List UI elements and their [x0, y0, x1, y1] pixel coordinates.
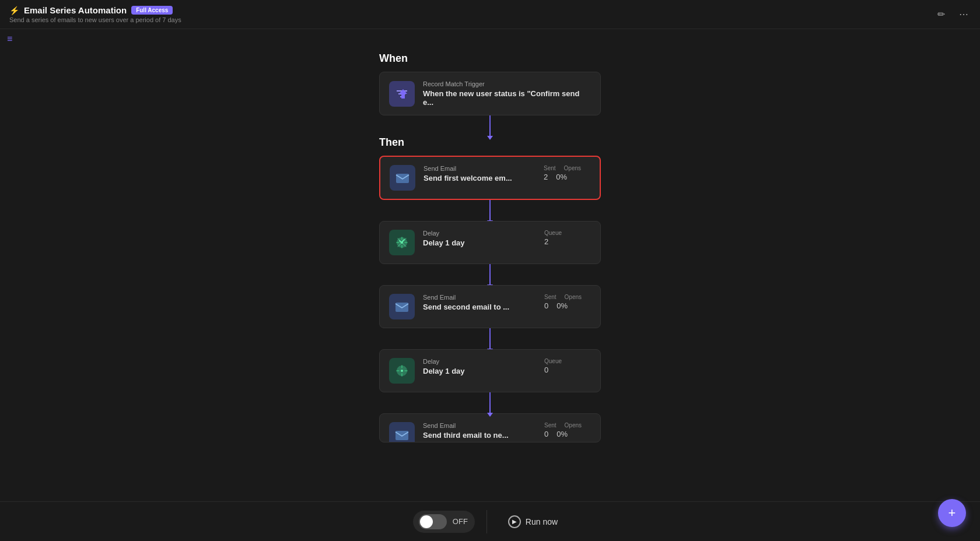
fab-button[interactable]: + — [938, 499, 966, 527]
stat-opens-value-3: 0% — [556, 430, 568, 438]
step-1-stat-values: 2 0% — [544, 173, 590, 181]
full-access-badge: Full Access — [131, 6, 173, 15]
edit-button[interactable]: ✏ — [935, 6, 947, 22]
stat-queue-label-1: Queue — [544, 230, 562, 236]
header-title-group: ⚡ Email Series Automation Full Access Se… — [9, 5, 181, 23]
svg-rect-0 — [396, 174, 409, 183]
stat-sent-label-2: Sent — [544, 294, 556, 300]
step-1-stats: Sent Opens 2 0% — [544, 165, 590, 181]
step-delay-2[interactable]: Delay Delay 1 day Queue 0 — [379, 349, 601, 392]
stat-queue-value-1: 2 — [544, 237, 548, 246]
main-canvas: When Record Match Trigger When the new u… — [0, 29, 980, 541]
step-5-stat-labels: Sent Opens — [544, 422, 591, 428]
bottom-bar-divider — [487, 510, 487, 533]
connector-3 — [489, 328, 491, 349]
stat-opens-label-2: Opens — [565, 294, 582, 300]
step-3-stats: Sent Opens 0 0% — [544, 294, 591, 310]
then-label: Then — [379, 136, 404, 149]
more-options-button[interactable]: ⋯ — [957, 6, 971, 22]
header-right: ✏ ⋯ — [935, 6, 971, 22]
run-now-icon: ▶ — [508, 515, 521, 528]
toggle-label: OFF — [453, 517, 468, 526]
lightning-icon: ⚡ — [9, 6, 19, 15]
svg-rect-4 — [396, 431, 408, 440]
when-label: When — [379, 52, 408, 65]
stat-opens-label: Opens — [564, 165, 581, 171]
delay-icon-1 — [389, 230, 415, 255]
svg-rect-2 — [396, 303, 408, 312]
svg-point-1 — [401, 241, 403, 244]
svg-point-3 — [401, 370, 403, 372]
step-4-content: Delay Delay 1 day — [423, 358, 536, 375]
trigger-type: Record Match Trigger — [423, 80, 591, 87]
connector-1 — [489, 200, 491, 221]
step-4-type: Delay — [423, 358, 536, 365]
stat-sent-label: Sent — [544, 165, 556, 171]
step-2-content: Delay Delay 1 day — [423, 230, 536, 247]
connector-0 — [489, 115, 491, 136]
trigger-content: Record Match Trigger When the new user s… — [423, 80, 591, 107]
step-3-name: Send second email to ... — [423, 303, 536, 311]
sidebar-toggle-button[interactable]: ≡ — [7, 34, 12, 44]
step-5-stats: Sent Opens 0 0% — [544, 422, 591, 438]
step-1-stat-labels: Sent Opens — [544, 165, 590, 171]
connector-2 — [489, 264, 491, 285]
header-left: ⚡ Email Series Automation Full Access Se… — [9, 5, 181, 23]
stat-sent-label-3: Sent — [544, 422, 556, 428]
email-icon-2 — [389, 294, 415, 319]
trigger-card[interactable]: Record Match Trigger When the new user s… — [379, 72, 601, 115]
stat-queue-label-2: Queue — [544, 358, 562, 364]
stat-opens-label-3: Opens — [565, 422, 582, 428]
stat-queue-value-2: 0 — [544, 366, 548, 374]
step-4-stat-labels: Queue — [544, 358, 591, 364]
step-4-stat-values: 0 — [544, 366, 591, 374]
step-send-email-1[interactable]: Send Email Send first welcome em... Sent… — [379, 156, 601, 200]
step-1-name: Send first welcome em... — [424, 174, 536, 182]
toggle-knob — [420, 515, 433, 528]
step-2-name: Delay 1 day — [423, 238, 536, 247]
step-3-type: Send Email — [423, 294, 536, 301]
step-delay-1[interactable]: Delay Delay 1 day Queue 2 — [379, 221, 601, 264]
trigger-description: When the new user status is "Confirm sen… — [423, 89, 591, 107]
stat-sent-value-3: 0 — [544, 430, 548, 438]
step-2-stat-values: 2 — [544, 237, 591, 246]
step-5-stat-values: 0 0% — [544, 430, 591, 438]
step-5-type: Send Email — [423, 422, 536, 429]
delay-icon-2 — [389, 358, 415, 384]
stat-sent-value-2: 0 — [544, 301, 548, 310]
stat-sent-value-1: 2 — [544, 173, 548, 181]
step-send-email-2[interactable]: Send Email Send second email to ... Sent… — [379, 285, 601, 328]
bottom-bar: OFF ▶ Run now — [0, 501, 980, 541]
header-subtitle: Send a series of emails to new users ove… — [9, 16, 181, 23]
step-2-stat-labels: Queue — [544, 230, 591, 236]
step-send-email-3[interactable]: Send Email Send third email to ne... Sen… — [379, 413, 601, 442]
run-now-button[interactable]: ▶ Run now — [499, 511, 567, 533]
header: ⚡ Email Series Automation Full Access Se… — [0, 0, 980, 29]
step-2-stats: Queue 2 — [544, 230, 591, 246]
stat-opens-value-1: 0% — [556, 173, 567, 181]
automation-toggle[interactable] — [419, 514, 447, 529]
step-2-type: Delay — [423, 230, 536, 237]
step-3-stat-values: 0 0% — [544, 301, 591, 310]
connector-4 — [489, 392, 491, 413]
page-title: ⚡ Email Series Automation Full Access — [9, 5, 181, 15]
stat-opens-value-2: 0% — [556, 301, 568, 310]
run-now-label: Run now — [526, 517, 558, 526]
step-3-stat-labels: Sent Opens — [544, 294, 591, 300]
step-4-stats: Queue 0 — [544, 358, 591, 374]
step-3-content: Send Email Send second email to ... — [423, 294, 536, 311]
step-1-content: Send Email Send first welcome em... — [424, 165, 536, 182]
toggle-container: OFF — [413, 511, 475, 533]
step-4-name: Delay 1 day — [423, 367, 536, 375]
step-1-type: Send Email — [424, 165, 536, 172]
step-5-name: Send third email to ne... — [423, 431, 536, 440]
title-text: Email Series Automation — [24, 5, 127, 15]
email-icon-3 — [389, 422, 415, 442]
step-5-content: Send Email Send third email to ne... — [423, 422, 536, 440]
trigger-icon — [389, 81, 415, 107]
email-icon-1 — [390, 165, 415, 191]
